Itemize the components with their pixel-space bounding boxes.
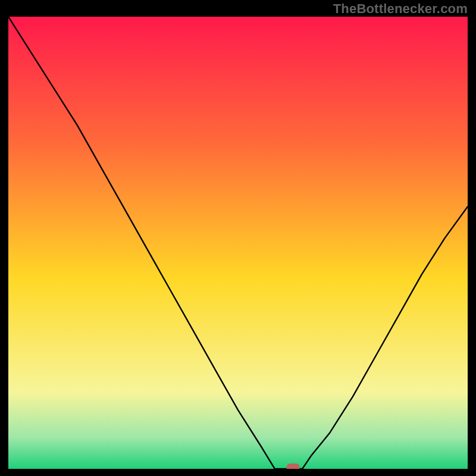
optimal-marker	[287, 464, 300, 469]
gradient-background	[8, 17, 468, 469]
chart-frame: TheBottlenecker.com	[0, 0, 476, 476]
bottleneck-chart	[8, 17, 468, 469]
watermark-text: TheBottlenecker.com	[333, 1, 468, 17]
plot-area	[8, 17, 468, 469]
